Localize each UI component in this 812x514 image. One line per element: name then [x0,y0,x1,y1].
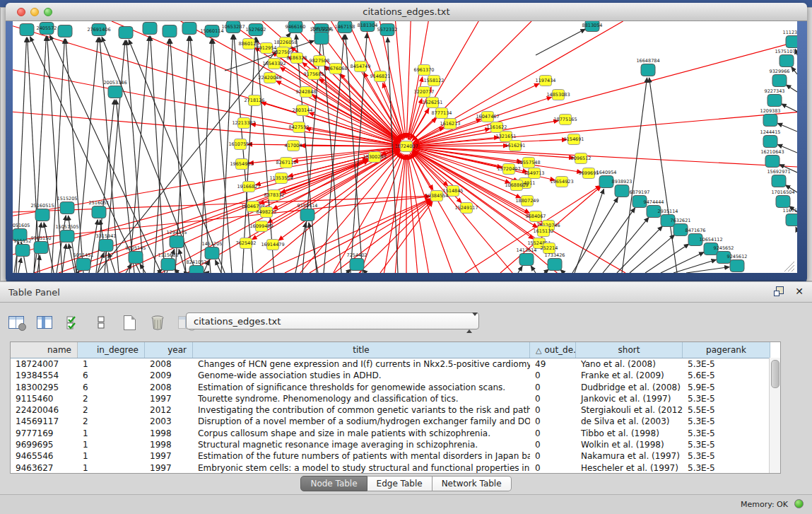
edge-black[interactable] [575,189,604,273]
edge-black[interactable] [645,244,689,273]
edge-black[interactable] [126,40,143,273]
table-cell[interactable]: Embryonic stem cells: a model to study s… [193,462,530,474]
column-header-pagerank[interactable]: pagerank [683,342,770,358]
table-cell[interactable]: Estimation of significance thresholds fo… [193,382,530,393]
window-titlebar[interactable]: citations_edges.txt [6,3,807,21]
table-cell[interactable]: 9777169 [11,428,78,439]
table-cell[interactable]: 5.3E-5 [683,462,770,474]
column-header-out_de[interactable]: △out_de… [530,342,576,358]
table-cell[interactable]: 2009 [145,370,193,381]
new-table-icon[interactable] [120,313,139,332]
table-cell[interactable]: 0 [530,370,576,381]
table-cell[interactable]: 5.3E-5 [683,393,770,404]
edge-black[interactable] [686,267,729,273]
table-cell[interactable]: 5.3E-5 [683,358,770,370]
graph-node-teal[interactable] [730,260,744,272]
table-cell[interactable]: Tibbo et al. (1998) [576,428,683,439]
graph-node-teal[interactable] [129,252,143,264]
graph-node-teal[interactable] [182,23,196,35]
table-cell[interactable]: 1998 [145,428,193,439]
table-cell[interactable]: 2003 [145,416,193,427]
edge-black[interactable] [796,227,797,230]
edge-black[interactable] [792,67,797,74]
edge-red[interactable] [334,153,402,273]
table-cell[interactable]: 2 [78,416,145,427]
edge-black[interactable] [204,272,207,273]
column-header-in_degree[interactable]: in_degree [78,342,145,358]
graph-node-teal[interactable] [170,236,184,248]
network-graph[interactable]: 1872400718300295886012389129541822605898… [13,21,797,273]
table-cell[interactable]: 0 [530,382,576,393]
table-cell[interactable]: 2 [78,404,145,416]
edge-red[interactable] [413,139,567,146]
column-select-icon[interactable] [35,313,54,332]
table-cell[interactable]: 5.3E-5 [683,416,770,427]
edge-black[interactable] [62,244,66,273]
table-row[interactable]: 946362711997Embryonic stem cells: a mode… [11,462,780,474]
edge-black[interactable] [78,271,79,273]
scrollbar-thumb[interactable] [771,360,779,388]
graph-node-teal[interactable] [772,75,787,87]
close-panel-icon[interactable]: ✕ [795,286,804,297]
select-rows-icon[interactable] [64,313,82,332]
edge-red[interactable] [406,21,411,138]
edge-black[interactable] [309,223,318,273]
edge-black[interactable] [603,217,649,273]
table-cell[interactable]: Hescheler et al. (1997) [576,462,683,474]
graph-node-teal[interactable] [189,266,204,274]
table-cell[interactable]: Estimation of the future numbers of pati… [193,450,530,462]
column-header-name[interactable]: name [11,342,78,358]
graph-node-teal[interactable] [765,156,779,168]
graph-node-teal[interactable] [205,247,219,259]
table-row[interactable]: 1872400712008Changes of HCN gene express… [11,358,780,370]
table-cell[interactable]: 5.3E-5 [683,450,770,462]
table-row[interactable]: 946554611997Estimation of the future num… [11,450,780,462]
table-cell[interactable]: 1998 [145,439,193,450]
edge-red[interactable] [278,151,401,240]
table-cell[interactable]: 1 [78,439,145,450]
edge-black[interactable] [18,258,21,273]
edge-red[interactable] [288,148,400,176]
table-cell[interactable]: 9115460 [11,393,78,404]
table-cell[interactable]: 9465546 [11,450,78,462]
table-cell[interactable]: 6 [78,370,145,381]
table-cell[interactable]: 0 [530,404,576,416]
table-row[interactable]: 1938455462009Genome-wide association stu… [11,370,780,381]
graph-node-teal[interactable] [641,64,655,76]
graph-node-teal[interactable] [161,259,175,271]
edge-red[interactable] [13,26,399,144]
graph-node-teal[interactable] [786,214,797,226]
table-cell[interactable]: 22420046 [11,404,78,416]
edge-black[interactable] [622,78,647,273]
graph-node-teal[interactable] [99,240,113,252]
edge-black[interactable] [630,235,675,273]
tab-edge-table[interactable]: Edge Table [367,476,433,491]
table-cell[interactable]: Wolkin et al. (1998) [576,439,683,450]
edge-black[interactable] [649,78,677,273]
table-cell[interactable]: 9699695 [11,439,78,450]
graph-node-teal[interactable] [314,33,329,45]
table-cell[interactable]: 0 [530,462,576,474]
table-cell[interactable]: 2 [78,393,145,404]
graph-node-teal[interactable] [34,242,48,254]
tab-network-table[interactable]: Network Table [433,476,512,491]
graph-node-teal[interactable] [300,209,314,221]
table-cell[interactable]: Investigating the contribution of common… [193,404,530,416]
table-cell[interactable]: Nakamura et al. (1997) [576,450,683,462]
edge-black[interactable] [234,35,253,273]
resize-grip-icon[interactable] [788,265,794,271]
edge-black[interactable] [126,264,131,273]
edge-black[interactable] [572,197,618,273]
table-cell[interactable]: 1 [78,450,145,462]
graph-node-teal[interactable] [60,230,74,243]
table-cell[interactable]: 1 [78,428,145,439]
table-cell[interactable]: 5.3E-5 [683,428,770,439]
table-row[interactable]: 2242004622012Investigating the contribut… [11,404,780,416]
table-cell[interactable]: 6 [78,382,145,393]
table-cell[interactable]: 1 [78,358,145,370]
edge-black[interactable] [589,208,635,273]
delete-entries-icon[interactable] [148,313,167,332]
table-cell[interactable]: 0 [530,439,576,450]
edge-black[interactable] [782,104,797,112]
graph-node-teal[interactable] [60,202,74,214]
